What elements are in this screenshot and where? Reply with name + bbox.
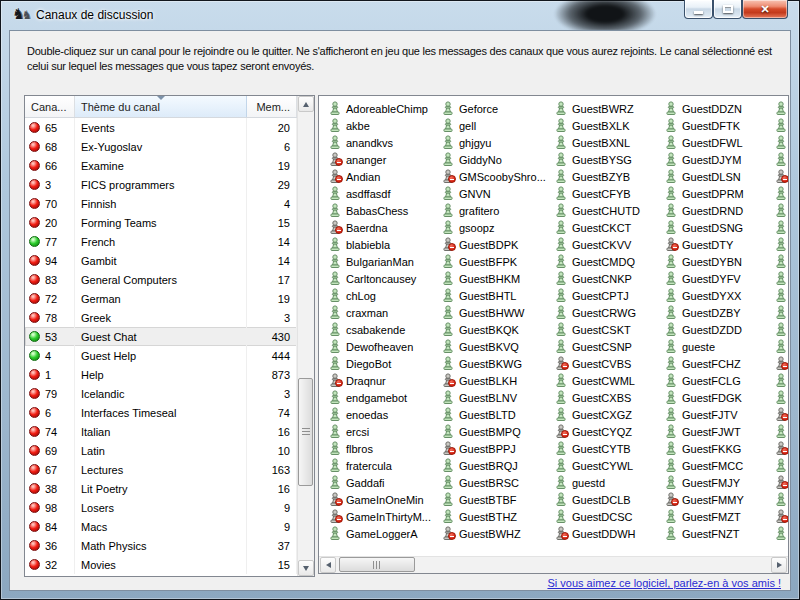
channel-row[interactable]: 32 Movies 15 bbox=[25, 555, 297, 574]
user-item[interactable] bbox=[774, 236, 788, 253]
user-item[interactable]: GuestCXBS bbox=[554, 389, 667, 406]
user-item[interactable] bbox=[774, 287, 788, 304]
user-item[interactable]: GuestBWHZ bbox=[441, 525, 554, 542]
user-item[interactable] bbox=[774, 151, 788, 168]
user-item[interactable]: GuestFCHZ bbox=[664, 355, 777, 372]
user-item[interactable]: GuestCSKT bbox=[554, 321, 667, 338]
user-item[interactable]: GuestBKWG bbox=[441, 355, 554, 372]
user-item[interactable]: GuestBYSG bbox=[554, 151, 667, 168]
user-item[interactable]: GuestCYTB bbox=[554, 440, 667, 457]
user-item[interactable]: GuestBHKM bbox=[441, 270, 554, 287]
channel-row[interactable]: 70 Finnish 4 bbox=[25, 194, 297, 213]
user-item[interactable]: GuestCKVV bbox=[554, 236, 667, 253]
user-item[interactable]: GuestDYBN bbox=[664, 253, 777, 270]
user-item[interactable] bbox=[774, 321, 788, 338]
user-item[interactable]: GuestCMDQ bbox=[554, 253, 667, 270]
user-item[interactable]: GuestBKVQ bbox=[441, 338, 554, 355]
user-item[interactable]: guestd bbox=[554, 474, 667, 491]
user-item[interactable]: BulgarianMan bbox=[328, 253, 441, 270]
user-item[interactable]: GameInOneMin bbox=[328, 491, 441, 508]
user-item[interactable]: GNVN bbox=[441, 185, 554, 202]
user-item[interactable]: Draqnur bbox=[328, 372, 441, 389]
user-item[interactable]: GuestBHWW bbox=[441, 304, 554, 321]
column-header-theme[interactable]: Thème du canal bbox=[75, 96, 247, 117]
user-item[interactable]: GuestDRND bbox=[664, 202, 777, 219]
user-item[interactable] bbox=[774, 508, 788, 525]
channel-row[interactable]: 36 Math Physics 37 bbox=[25, 536, 297, 555]
user-item[interactable]: GuestDZBY bbox=[664, 304, 777, 321]
channel-row[interactable]: 38 Lit Poetry 16 bbox=[25, 479, 297, 498]
user-item[interactable] bbox=[774, 202, 788, 219]
user-item[interactable] bbox=[774, 457, 788, 474]
channel-row[interactable]: 20 Forming Teams 15 bbox=[25, 213, 297, 232]
channel-row[interactable]: 69 Latin 10 bbox=[25, 441, 297, 460]
user-item[interactable]: Gaddafi bbox=[328, 474, 441, 491]
user-item[interactable] bbox=[774, 338, 788, 355]
user-item[interactable]: grafitero bbox=[441, 202, 554, 219]
share-link[interactable]: Si vous aimez ce logiciel, parlez-en à v… bbox=[547, 577, 781, 589]
user-item[interactable] bbox=[774, 423, 788, 440]
user-item[interactable]: GuestDCLB bbox=[554, 491, 667, 508]
user-item[interactable]: GuestDJYM bbox=[664, 151, 777, 168]
user-item[interactable]: ghjgyu bbox=[441, 134, 554, 151]
user-item[interactable]: GuestCPTJ bbox=[554, 287, 667, 304]
channel-row[interactable]: 74 Italian 16 bbox=[25, 422, 297, 441]
user-item[interactable]: GuestFJTV bbox=[664, 406, 777, 423]
user-item[interactable]: GuestBXLK bbox=[554, 117, 667, 134]
user-item[interactable]: craxman bbox=[328, 304, 441, 321]
user-item[interactable]: GuestDSNG bbox=[664, 219, 777, 236]
scroll-up-button[interactable] bbox=[298, 96, 314, 112]
user-item[interactable]: GuestBMPQ bbox=[441, 423, 554, 440]
user-item[interactable]: GuestCFYB bbox=[554, 185, 667, 202]
user-item[interactable]: gueste bbox=[664, 338, 777, 355]
user-item[interactable] bbox=[774, 219, 788, 236]
user-item[interactable]: flbros bbox=[328, 440, 441, 457]
user-item[interactable]: DiegoBot bbox=[328, 355, 441, 372]
user-item[interactable]: fratercula bbox=[328, 457, 441, 474]
user-item[interactable]: akbe bbox=[328, 117, 441, 134]
user-item[interactable]: GuestCSNP bbox=[554, 338, 667, 355]
user-item[interactable]: anandkvs bbox=[328, 134, 441, 151]
user-item[interactable]: GuestDTY bbox=[664, 236, 777, 253]
user-item[interactable]: GuestCWML bbox=[554, 372, 667, 389]
user-item[interactable]: GuestBWRZ bbox=[554, 100, 667, 117]
user-item[interactable]: GuestBHTL bbox=[441, 287, 554, 304]
user-item[interactable]: asdffasdf bbox=[328, 185, 441, 202]
user-item[interactable]: GuestBFPK bbox=[441, 253, 554, 270]
user-item[interactable]: GuestFCLG bbox=[664, 372, 777, 389]
user-item[interactable]: GuestDYFV bbox=[664, 270, 777, 287]
channel-row[interactable]: 94 Gambit 14 bbox=[25, 251, 297, 270]
user-item[interactable] bbox=[774, 525, 788, 542]
user-item[interactable]: csabakende bbox=[328, 321, 441, 338]
user-item[interactable]: GuestBTHZ bbox=[441, 508, 554, 525]
user-item[interactable]: GuestCRWG bbox=[554, 304, 667, 321]
user-item[interactable]: GuestCVBS bbox=[554, 355, 667, 372]
user-item[interactable] bbox=[774, 491, 788, 508]
channel-row[interactable]: 83 General Computers 17 bbox=[25, 270, 297, 289]
channel-row[interactable]: 79 Icelandic 3 bbox=[25, 384, 297, 403]
user-item[interactable]: GuestDPRM bbox=[664, 185, 777, 202]
user-item[interactable]: GameLoggerA bbox=[328, 525, 441, 542]
user-item[interactable]: GuestDFWL bbox=[664, 134, 777, 151]
channel-row[interactable]: 68 Ex-Yugoslav 6 bbox=[25, 137, 297, 156]
channel-row[interactable]: 67 Lectures 163 bbox=[25, 460, 297, 479]
user-item[interactable]: GuestBPPJ bbox=[441, 440, 554, 457]
channel-row[interactable]: 4 Guest Help 444 bbox=[25, 346, 297, 365]
user-item[interactable] bbox=[774, 355, 788, 372]
user-item[interactable]: GiddyNo bbox=[441, 151, 554, 168]
minimize-button[interactable] bbox=[684, 0, 713, 19]
user-item[interactable]: GuestBLNV bbox=[441, 389, 554, 406]
user-item[interactable]: GuestFMJY bbox=[664, 474, 777, 491]
user-item[interactable]: GuestDZDD bbox=[664, 321, 777, 338]
horizontal-scroll-thumb[interactable] bbox=[339, 557, 415, 572]
channel-row[interactable]: 78 Greek 3 bbox=[25, 308, 297, 327]
user-item[interactable]: GuestCYWL bbox=[554, 457, 667, 474]
column-header-members[interactable]: Mem... bbox=[247, 96, 297, 117]
channel-row[interactable]: 72 German 19 bbox=[25, 289, 297, 308]
users-horizontal-scrollbar[interactable] bbox=[319, 556, 788, 573]
user-item[interactable] bbox=[774, 440, 788, 457]
user-item[interactable]: GMScoobyShro... bbox=[441, 168, 554, 185]
channel-row[interactable]: 65 Events 20 bbox=[25, 118, 297, 137]
user-item[interactable]: GuestBLKH bbox=[441, 372, 554, 389]
channel-row[interactable]: 66 Examine 19 bbox=[25, 156, 297, 175]
